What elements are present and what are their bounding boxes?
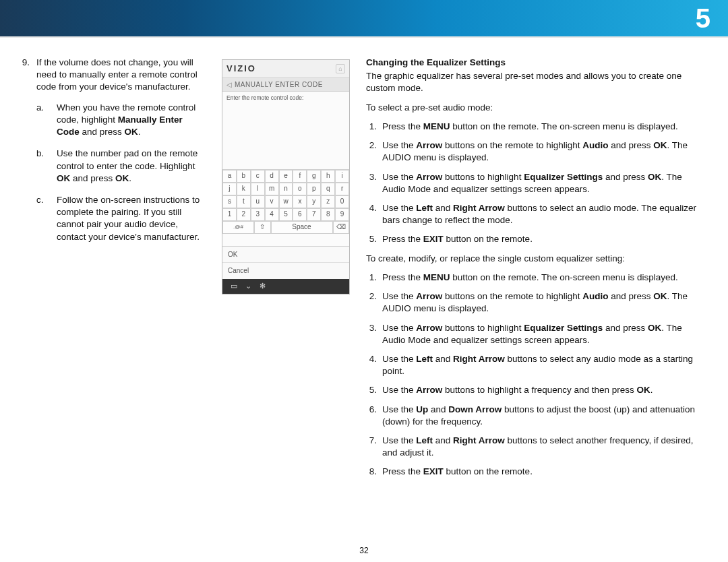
key: 7 [307, 208, 321, 221]
chapter-number: 5 [696, 3, 710, 34]
step-number: 3. [366, 171, 377, 195]
key: p [307, 183, 321, 195]
key: 6 [293, 208, 307, 221]
key: f [293, 170, 307, 183]
key: h [321, 170, 335, 183]
key: y [307, 195, 321, 208]
step-text: Use the Arrow buttons to highlight a fre… [382, 384, 704, 396]
step-text: Use the Arrow buttons on the remote to h… [382, 290, 704, 315]
key: 1 [222, 208, 237, 221]
key: 5 [279, 208, 293, 221]
shift-key: ⇧ [254, 221, 271, 234]
step-item: 4.Use the Left and Right Arrow buttons t… [366, 202, 704, 226]
sub-list-item: b.Use the number pad on the remote contr… [36, 148, 206, 185]
screenshot-footer: ▭ ⌄ ✻ [222, 279, 349, 294]
middle-column: VIZIO ⌂ ◁ MANUALLY ENTER CODE Enter the … [222, 57, 350, 485]
item-9-text: If the volume does not change, you will … [36, 57, 198, 92]
key: m [265, 183, 279, 195]
step-number: 7. [366, 435, 377, 459]
step-text: Use the Left and Right Arrow buttons to … [382, 202, 704, 226]
section-intro: The graphic equalizer has several pre-se… [366, 70, 704, 94]
key: 0 [335, 195, 349, 208]
key: g [307, 170, 321, 183]
step-item: 4.Use the Left and Right Arrow buttons t… [366, 353, 704, 377]
step-item: 1.Press the MENU button on the remote. T… [366, 272, 704, 284]
sub-marker: b. [36, 148, 50, 185]
key: e [279, 170, 293, 183]
key: q [321, 183, 335, 195]
key: o [293, 183, 307, 195]
lead-2: To create, modify, or replace the single… [366, 253, 704, 265]
key: v [265, 195, 279, 208]
key: a [222, 170, 237, 183]
step-number: 2. [366, 139, 377, 164]
step-number: 1. [366, 272, 377, 284]
sub-marker: a. [36, 102, 50, 139]
key: k [237, 183, 251, 195]
gear-icon: ✻ [260, 281, 266, 291]
step-item: 5.Press the EXIT button on the remote. [366, 233, 704, 245]
key: b [237, 170, 251, 183]
key: 8 [321, 208, 335, 221]
backspace-key: ⌫ [333, 221, 350, 234]
key: u [251, 195, 265, 208]
keyboard-row: 123456789 [222, 208, 349, 221]
widescreen-icon: ▭ [231, 281, 237, 291]
step-number: 3. [366, 322, 377, 346]
keyboard-row: .@#⇧Space⌫ [222, 221, 349, 234]
screen-hint: Enter the remote control code: [222, 92, 349, 104]
tv-screenshot: VIZIO ⌂ ◁ MANUALLY ENTER CODE Enter the … [222, 59, 350, 294]
space-key: Space [271, 221, 333, 234]
key: w [279, 195, 293, 208]
step-number: 4. [366, 353, 377, 377]
key: t [237, 195, 251, 208]
symbols-key: .@# [222, 221, 254, 234]
home-icon: ⌂ [336, 64, 345, 73]
key: n [279, 183, 293, 195]
chapter-banner: 5 [0, 0, 728, 36]
step-number: 8. [366, 466, 377, 478]
step-item: 6.Use the Up and Down Arrow buttons to a… [366, 404, 704, 428]
right-column: Changing the Equalizer Settings The grap… [366, 57, 708, 485]
keyboard-row: stuvwxyz0 [222, 195, 349, 208]
step-text: Use the Arrow buttons to highlight Equal… [382, 171, 704, 195]
page-number: 32 [0, 546, 728, 555]
step-item: 1.Press the MENU button on the remote. T… [366, 121, 704, 133]
step-item: 5.Use the Arrow buttons to highlight a f… [366, 384, 704, 396]
step-number: 1. [366, 121, 377, 133]
step-number: 5. [366, 233, 377, 245]
key: 2 [237, 208, 251, 221]
page-body: 9. If the volume does not change, you wi… [0, 38, 728, 485]
vizio-logo: VIZIO [226, 63, 256, 75]
section-heading: Changing the Equalizer Settings [366, 57, 704, 69]
step-text: Press the EXIT button on the remote. [382, 233, 704, 245]
key: 4 [265, 208, 279, 221]
key: i [335, 170, 349, 183]
chevron-down-icon: ⌄ [245, 281, 251, 291]
sub-text: Follow the on-screen instructions to com… [57, 194, 206, 243]
step-number: 5. [366, 384, 377, 396]
keyboard-row: jklmnopqr [222, 183, 349, 195]
step-text: Press the EXIT button on the remote. [382, 466, 704, 478]
cancel-option: Cancel [222, 262, 349, 279]
step-item: 3.Use the Arrow buttons to highlight Equ… [366, 322, 704, 346]
step-item: 3.Use the Arrow buttons to highlight Equ… [366, 171, 704, 195]
key: 9 [335, 208, 349, 221]
key: l [251, 183, 265, 195]
key: s [222, 195, 237, 208]
step-text: Use the Arrow buttons to highlight Equal… [382, 322, 704, 346]
sub-marker: c. [36, 194, 50, 243]
step-item: 8.Press the EXIT button on the remote. [366, 466, 704, 478]
step-number: 6. [366, 404, 377, 428]
step-text: Use the Arrow buttons on the remote to h… [382, 139, 704, 164]
step-text: Use the Left and Right Arrow buttons to … [382, 353, 704, 377]
lead-1: To select a pre-set audio mode: [366, 102, 704, 114]
screen-title: MANUALLY ENTER CODE [235, 80, 323, 90]
list-item: 9. If the volume does not change, you wi… [20, 57, 206, 253]
key: 3 [251, 208, 265, 221]
key: x [293, 195, 307, 208]
sub-text: Use the number pad on the remote control… [57, 148, 206, 185]
sub-list-item: a.When you have the remote control code,… [36, 102, 206, 139]
back-icon: ◁ [226, 80, 232, 90]
step-item: 2.Use the Arrow buttons on the remote to… [366, 290, 704, 315]
